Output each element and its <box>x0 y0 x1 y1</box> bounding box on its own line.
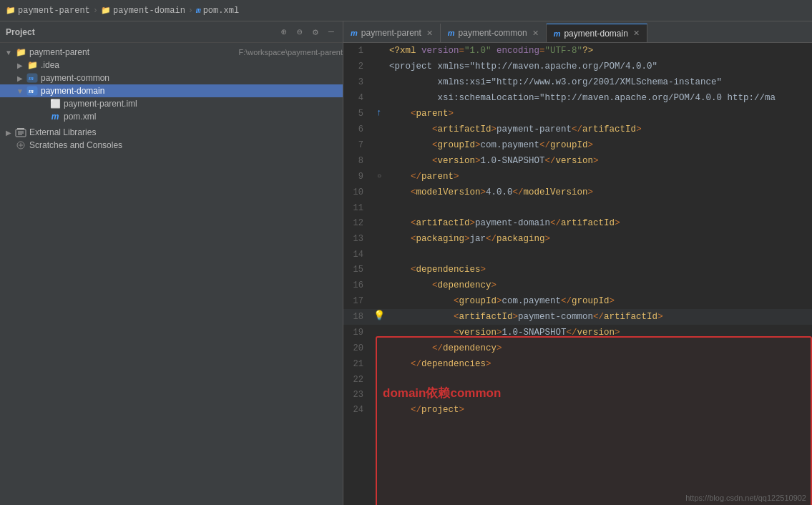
tree-item-payment-parent[interactable]: ▼ 📁 payment-parent F:\workspace\payment-… <box>0 46 343 59</box>
code-line-8: 8 <version>1.0-SNAPSHOT</version> <box>343 153 812 169</box>
bookmark-icon: ↑ <box>376 107 382 118</box>
line-code: <?xml version="1.0" encoding="UTF-8"?> <box>386 43 812 59</box>
line-number: 6 <box>343 122 372 137</box>
line-code: </dependencies> <box>386 356 812 372</box>
line-code: <artifactId>payment-domain</artifactId> <box>386 215 812 231</box>
editor-area: m payment-parent ✕ m payment-common ✕ m … <box>343 21 812 505</box>
collapse-icon[interactable]: ⊖ <box>294 26 305 38</box>
module-icon-domain: m <box>26 85 39 97</box>
line-gutter <box>372 372 386 387</box>
svg-rect-5 <box>17 128 24 129</box>
tree-label: External Libraries <box>29 127 343 137</box>
line-code: <groupId>com.payment</groupId> <box>386 293 812 309</box>
breadcrumb: 📁 payment-parent › 📁 payment-domain › m … <box>6 6 239 16</box>
tree-item-idea[interactable]: ▶ 📁 .idea <box>0 59 343 72</box>
code-line-4: 4 xsi:schemaLocation="http://maven.apach… <box>343 90 812 106</box>
code-table: 1<?xml version="1.0" encoding="UTF-8"?>2… <box>343 43 812 418</box>
line-gutter <box>372 137 386 153</box>
line-number: 17 <box>343 293 372 309</box>
close-icon-3[interactable]: ✕ <box>633 29 640 38</box>
title-bar: 📁 payment-parent › 📁 payment-domain › m … <box>0 0 812 21</box>
line-gutter <box>372 402 386 418</box>
line-gutter <box>372 59 386 74</box>
folder-icon: 📁 <box>6 6 16 15</box>
tree-label: payment-domain <box>41 86 343 96</box>
tab-payment-common[interactable]: m payment-common ✕ <box>441 24 547 42</box>
tree-item-pom[interactable]: m pom.xml <box>0 110 343 123</box>
tree-item-payment-common[interactable]: ▶ m payment-common <box>0 72 343 84</box>
arrow-icon: ▶ <box>14 62 26 69</box>
code-line-2: 2<project xmlns="http://maven.apache.org… <box>343 59 812 74</box>
tab-payment-parent[interactable]: m payment-parent ✕ <box>343 24 441 42</box>
maven-file-icon: m <box>49 111 62 122</box>
module-icon: m <box>26 72 39 84</box>
line-gutter <box>372 153 386 169</box>
code-line-19: 19 <version>1.0-SNAPSHOT</version> <box>343 325 812 340</box>
line-gutter <box>372 293 386 309</box>
lightbulb-icon: 💡 <box>373 310 385 321</box>
line-gutter <box>372 340 386 356</box>
line-code: xmlns:xsi="http://www.w3.org/2001/XMLSch… <box>386 74 812 90</box>
line-gutter: ↑ <box>372 106 386 122</box>
breadcrumb-parent: 📁 payment-parent <box>6 6 90 16</box>
gear-icon[interactable]: ⚙ <box>310 26 321 38</box>
code-line-14: 14 <box>343 247 812 262</box>
tree-item-scratches[interactable]: Scratches and Consoles <box>0 139 343 152</box>
tree-item-external-libs[interactable]: ▶ External Libraries <box>0 126 343 139</box>
line-number: 16 <box>343 278 372 293</box>
line-number: 3 <box>343 74 372 90</box>
line-number: 7 <box>343 137 372 153</box>
line-gutter <box>372 90 386 106</box>
line-number: 4 <box>343 90 372 106</box>
close-icon-2[interactable]: ✕ <box>532 29 539 38</box>
code-line-16: 16 <dependency> <box>343 278 812 293</box>
code-line-21: 21 </dependencies> <box>343 356 812 372</box>
tree-item-payment-domain[interactable]: ▼ m payment-domain <box>0 84 343 97</box>
line-number: 8 <box>343 153 372 169</box>
line-code <box>386 387 812 402</box>
line-number: 24 <box>343 402 372 418</box>
scratch-icon <box>14 139 27 151</box>
line-number: 5 <box>343 106 372 122</box>
code-line-24: 24 </project> <box>343 402 812 418</box>
line-number: 10 <box>343 185 372 200</box>
close-icon[interactable]: ✕ <box>426 29 433 38</box>
code-line-11: 11 <box>343 200 812 215</box>
line-code: <packaging>jar</packaging> <box>386 231 812 247</box>
code-line-3: 3 xmlns:xsi="http://www.w3.org/2001/XMLS… <box>343 74 812 90</box>
code-line-5: 5↑ <parent> <box>343 106 812 122</box>
tree-item-iml[interactable]: ⬜ payment-parent.iml <box>0 97 343 110</box>
maven-icon: m <box>196 6 201 15</box>
tab-payment-domain[interactable]: m payment-domain ✕ <box>547 24 647 42</box>
code-line-15: 15 <dependencies> <box>343 262 812 278</box>
tab-icon: m <box>351 29 358 37</box>
line-gutter <box>372 122 386 137</box>
breadcrumb-pom: m pom.xml <box>196 6 239 16</box>
code-line-18: 18💡 <artifactId>payment-common</artifact… <box>343 309 812 325</box>
line-gutter <box>372 185 386 200</box>
code-editor[interactable]: 1<?xml version="1.0" encoding="UTF-8"?>2… <box>343 43 812 505</box>
tree-label: payment-parent <box>29 47 234 57</box>
code-line-17: 17 <groupId>com.payment</groupId> <box>343 293 812 309</box>
tab-icon-3: m <box>554 29 561 38</box>
code-line-22: 22 <box>343 372 812 387</box>
arrow-icon: ▼ <box>3 49 14 57</box>
minimize-icon[interactable]: — <box>326 26 337 38</box>
line-code: </dependency> <box>386 340 812 356</box>
line-gutter <box>372 262 386 278</box>
line-code: <artifactId>payment-parent</artifactId> <box>386 122 812 137</box>
add-icon[interactable]: ⊕ <box>278 26 290 38</box>
tree-label: pom.xml <box>64 112 343 122</box>
line-code: <version>1.0-SNAPSHOT</version> <box>386 153 812 169</box>
code-line-20: 20 </dependency> <box>343 340 812 356</box>
line-number: 15 <box>343 262 372 278</box>
line-code: <artifactId>payment-common</artifactId> <box>386 309 812 325</box>
code-line-23: 23 <box>343 387 812 402</box>
line-number: 11 <box>343 200 372 215</box>
code-line-9: 9○ </parent> <box>343 169 812 185</box>
line-number: 14 <box>343 247 372 262</box>
main-layout: Project ⊕ ⊖ ⚙ — ▼ 📁 payment-parent F:\wo… <box>0 21 812 505</box>
tab-icon-2: m <box>448 29 455 37</box>
tree-label: payment-common <box>41 73 343 83</box>
tab-label-2: payment-common <box>459 28 527 38</box>
